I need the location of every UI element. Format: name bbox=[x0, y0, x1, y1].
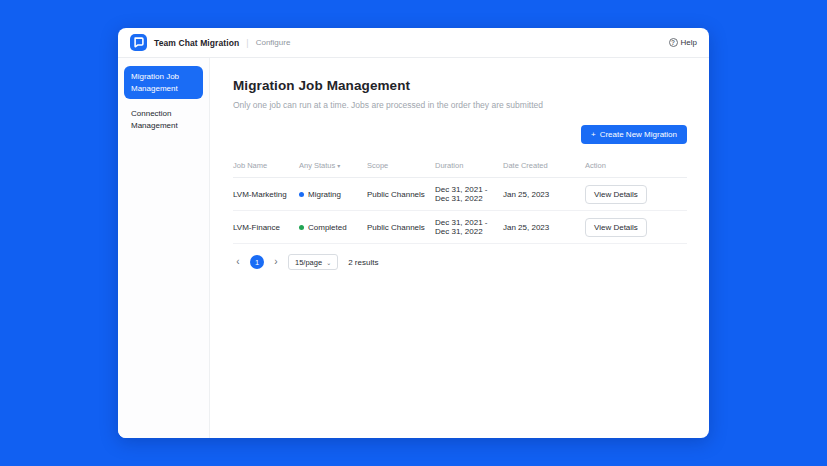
column-header-status-filter[interactable]: Any Status ▾ bbox=[299, 161, 367, 170]
app-window: Team Chat Migration | Configure ? Help M… bbox=[118, 28, 709, 438]
body-row: Migration Job Management Connection Mana… bbox=[118, 58, 709, 438]
migration-jobs-table: Job Name Any Status ▾ Scope Duration Dat… bbox=[233, 156, 687, 244]
cell-date-created: Jan 25, 2023 bbox=[503, 190, 585, 199]
status-dot-icon bbox=[299, 192, 304, 197]
chevron-down-icon: ▾ bbox=[337, 162, 340, 169]
table-header-row: Job Name Any Status ▾ Scope Duration Dat… bbox=[233, 156, 687, 178]
help-button[interactable]: ? Help bbox=[669, 38, 697, 47]
cell-action: View Details bbox=[585, 185, 687, 204]
question-circle-icon: ? bbox=[669, 38, 678, 47]
cell-job-name: LVM-Marketing bbox=[233, 190, 299, 199]
pagination: ‹ 1 › 15/page ⌄ 2 results bbox=[233, 254, 687, 270]
page-title: Migration Job Management bbox=[233, 78, 687, 93]
status-label: Completed bbox=[308, 223, 347, 232]
next-page-button[interactable]: › bbox=[271, 255, 281, 269]
view-details-button[interactable]: View Details bbox=[585, 185, 647, 204]
cell-date-created: Jan 25, 2023 bbox=[503, 223, 585, 232]
main-content: Migration Job Management Only one job ca… bbox=[210, 58, 709, 438]
plus-icon: + bbox=[591, 130, 596, 139]
app-logo-chat-bubble-icon bbox=[130, 34, 147, 51]
cell-status: Migrating bbox=[299, 190, 367, 199]
sidebar-item-migration-job-management[interactable]: Migration Job Management bbox=[124, 66, 203, 99]
table-row: LVM-Finance Completed Public Channels De… bbox=[233, 211, 687, 244]
app-title: Team Chat Migration bbox=[154, 38, 239, 48]
help-label: Help bbox=[681, 38, 697, 47]
page-size-value: 15/page bbox=[295, 258, 322, 267]
cell-action: View Details bbox=[585, 218, 687, 237]
table-body: LVM-Marketing Migrating Public Channels … bbox=[233, 178, 687, 244]
cell-duration: Dec 31, 2021 - Dec 31, 2022 bbox=[435, 185, 503, 203]
create-button-label: Create New Migration bbox=[600, 130, 677, 139]
status-dot-icon bbox=[299, 225, 304, 230]
cell-status: Completed bbox=[299, 223, 367, 232]
sidebar: Migration Job Management Connection Mana… bbox=[118, 58, 210, 438]
column-header-duration: Duration bbox=[435, 161, 503, 170]
status-label: Migrating bbox=[308, 190, 341, 199]
column-header-date-created: Date Created bbox=[503, 161, 585, 170]
results-count: 2 results bbox=[348, 258, 378, 267]
create-new-migration-button[interactable]: + Create New Migration bbox=[581, 125, 687, 144]
column-header-scope: Scope bbox=[367, 161, 435, 170]
actions-row: + Create New Migration bbox=[233, 125, 687, 144]
cell-job-name: LVM-Finance bbox=[233, 223, 299, 232]
chat-bubble-icon bbox=[133, 37, 144, 48]
previous-page-button[interactable]: ‹ bbox=[233, 255, 243, 269]
cell-duration: Dec 31, 2021 - Dec 31, 2022 bbox=[435, 218, 503, 236]
top-bar: Team Chat Migration | Configure ? Help bbox=[118, 28, 709, 58]
view-details-button[interactable]: View Details bbox=[585, 218, 647, 237]
column-header-job-name: Job Name bbox=[233, 161, 299, 170]
page-subtitle: Only one job can run at a time. Jobs are… bbox=[233, 100, 687, 110]
page-size-select[interactable]: 15/page ⌄ bbox=[288, 254, 338, 270]
column-header-action: Action bbox=[585, 161, 687, 170]
cell-scope: Public Channels bbox=[367, 223, 435, 232]
page-number-button[interactable]: 1 bbox=[250, 255, 264, 269]
table-row: LVM-Marketing Migrating Public Channels … bbox=[233, 178, 687, 211]
select-chevron-down-icon: ⌄ bbox=[326, 259, 331, 266]
header-divider: | bbox=[246, 38, 248, 48]
cell-scope: Public Channels bbox=[367, 190, 435, 199]
sidebar-item-connection-management[interactable]: Connection Management bbox=[124, 103, 203, 136]
breadcrumb-configure: Configure bbox=[256, 38, 291, 47]
status-filter-label: Any Status bbox=[299, 161, 335, 170]
